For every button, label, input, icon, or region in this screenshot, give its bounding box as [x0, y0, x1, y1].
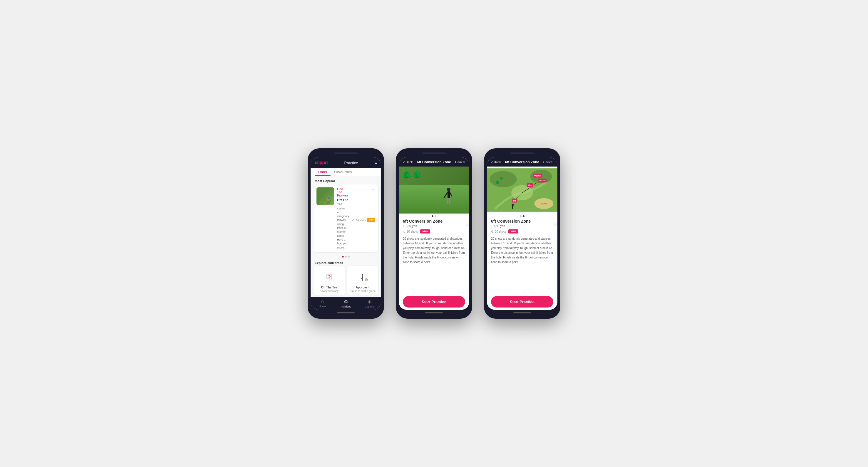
drill-title-2: 6ft Conversion Zone	[403, 219, 465, 224]
featured-drill-card[interactable]: Find The Fairway Off The Tee Create an i…	[313, 185, 378, 252]
tab-bar: Drills Favourites	[311, 168, 381, 176]
bottom-navigation: ⌂ Home ⚙ Activities ⊕ Capture	[311, 297, 381, 310]
carousel-dots	[311, 254, 381, 259]
detail-header-3: < Back 6ft Conversion Zone Cancel	[487, 157, 557, 167]
card-description: Create an imaginary fairway using trees …	[337, 206, 349, 249]
detail-body-2: 🌲🌲 ☆ 6ft Co	[399, 167, 469, 293]
nav-home[interactable]: ⌂ Home	[311, 297, 334, 310]
svg-point-0	[329, 275, 330, 276]
skill-name-approach: Approach	[356, 286, 370, 289]
svg-point-11	[365, 278, 368, 281]
drill-description-2: 20 shots are randomly generated at dista…	[403, 236, 465, 265]
nav-activities[interactable]: ⚙ Activities	[334, 297, 358, 310]
phone-2: < Back 6ft Conversion Zone Cancel 🌲🌲	[396, 148, 472, 319]
header-title: Practice	[344, 161, 358, 165]
svg-text:FAIRWAY: FAIRWAY	[534, 175, 541, 177]
phone-notch-2	[422, 153, 446, 154]
drill-range-3: 10-50 yds	[491, 224, 553, 228]
image-dots-3	[487, 213, 557, 219]
trees-decoration: 🌲🌲	[402, 169, 422, 179]
shots-meta-2: ⏱ 20 shots	[403, 230, 418, 233]
phone-3: < Back 6ft Conversion Zone Cancel	[484, 148, 560, 319]
arg-badge-3: ARG	[508, 229, 518, 234]
phone-screen-3: < Back 6ft Conversion Zone Cancel	[487, 157, 557, 310]
detail-header-2: < Back 6ft Conversion Zone Cancel	[399, 157, 469, 167]
detail-body-3: Hit Miss FAIRWAY ROUGH SAND �	[487, 167, 557, 293]
star-icon-2[interactable]: ☆	[465, 222, 469, 227]
card-image	[316, 188, 334, 205]
svg-text:🌲: 🌲	[495, 180, 500, 185]
img-dot-2	[435, 215, 436, 217]
skill-card-approach[interactable]: Approach Dial-in to hit the green	[347, 266, 378, 296]
svg-text:ROUGH: ROUGH	[539, 180, 546, 181]
cancel-button-2[interactable]: Cancel	[455, 160, 465, 164]
dot-1	[342, 256, 344, 258]
drill-content-2: ☆ 6ft Conversion Zone 10-50 yds ⏱ 20 sho…	[399, 219, 469, 293]
activities-icon: ⚙	[344, 299, 348, 305]
hero-image-2: 🌲🌲	[399, 167, 469, 213]
drill-footer-3: Start Practice	[487, 293, 557, 310]
card-footer: ⏱ 10 shots OTT	[352, 189, 375, 249]
skill-name-ott: Off The Tee	[321, 286, 337, 289]
arg-badge-2: ARG	[420, 229, 430, 234]
capture-icon: ⊕	[368, 299, 371, 305]
detail-title-3: 6ft Conversion Zone	[503, 160, 541, 164]
svg-text:SAND: SAND	[541, 202, 547, 205]
cancel-button-3[interactable]: Cancel	[543, 160, 553, 164]
back-button-2[interactable]: < Back	[403, 160, 413, 164]
app-header: clippd Practice ≡	[311, 157, 381, 168]
svg-line-27	[450, 192, 452, 196]
drill-description-3: 20 shots are randomly generated at dista…	[491, 236, 553, 265]
map-dot-1	[520, 215, 522, 217]
favourite-star-icon[interactable]: ☆	[372, 188, 375, 192]
home-icon: ⌂	[321, 299, 324, 304]
drill-meta-2: ⏱ 20 shots ARG	[403, 229, 465, 234]
card-golf-graphic	[316, 188, 334, 205]
nav-capture[interactable]: ⊕ Capture	[358, 297, 381, 310]
map-dot-2	[523, 215, 525, 217]
phone-notch-3	[510, 153, 534, 154]
tab-drills[interactable]: Drills	[315, 168, 331, 176]
drill-title-3: 6ft Conversion Zone	[491, 219, 553, 224]
drill-footer-2: Start Practice	[399, 293, 469, 310]
skill-card-off-the-tee[interactable]: Off The Tee Power accuracy	[313, 266, 345, 296]
drill-meta-3: ⏱ 20 shots ARG	[491, 229, 553, 234]
svg-point-42	[512, 204, 514, 206]
most-popular-title: Most Popular	[311, 176, 381, 185]
start-practice-button-3[interactable]: Start Practice	[491, 296, 553, 307]
tab-favourites[interactable]: Favourites	[331, 168, 355, 176]
svg-rect-25	[449, 198, 451, 204]
svg-rect-43	[512, 206, 513, 208]
course-map-svg: Hit Miss FAIRWAY ROUGH SAND �	[487, 167, 557, 213]
skill-desc-approach: Dial-in to hit the green	[350, 290, 375, 293]
svg-point-22	[447, 188, 451, 191]
detail-title-2: 6ft Conversion Zone	[415, 160, 453, 164]
home-bar-2	[425, 312, 443, 313]
star-icon-3[interactable]: ☆	[553, 222, 557, 227]
svg-rect-24	[447, 198, 448, 204]
svg-text:Miss: Miss	[528, 184, 532, 186]
home-bar	[337, 312, 355, 313]
img-dot-1	[432, 215, 433, 217]
svg-text:🌲: 🌲	[499, 176, 503, 180]
nav-capture-label: Capture	[365, 305, 374, 308]
svg-line-5	[326, 275, 327, 280]
shots-count: ⏱ 10 shots	[352, 219, 366, 222]
start-practice-button-2[interactable]: Start Practice	[403, 296, 465, 307]
app-logo: clippd	[315, 160, 328, 165]
explore-title: Explore skill areas	[311, 259, 381, 266]
clock-icon-3: ⏱	[491, 230, 494, 233]
phone-notch	[334, 153, 358, 154]
phone-screen-2: < Back 6ft Conversion Zone Cancel 🌲🌲	[399, 157, 469, 310]
clock-icon-2: ⏱	[403, 230, 406, 233]
svg-point-4	[331, 275, 332, 276]
dot-2	[345, 256, 347, 258]
shots-meta-3: ⏱ 20 shots	[491, 230, 506, 233]
menu-icon[interactable]: ≡	[375, 160, 377, 165]
skill-grid: Off The Tee Power accuracy Approach Dial…	[311, 266, 381, 297]
drill-content-3: ☆ 6ft Conversion Zone 10-50 yds ⏱ 20 sho…	[487, 219, 557, 293]
screen-body: Most Popular Find The Fairway Off The Te…	[311, 176, 381, 297]
approach-icon	[355, 269, 370, 284]
back-button-3[interactable]: < Back	[491, 160, 501, 164]
card-subtitle: Find The Fairway	[337, 188, 349, 197]
